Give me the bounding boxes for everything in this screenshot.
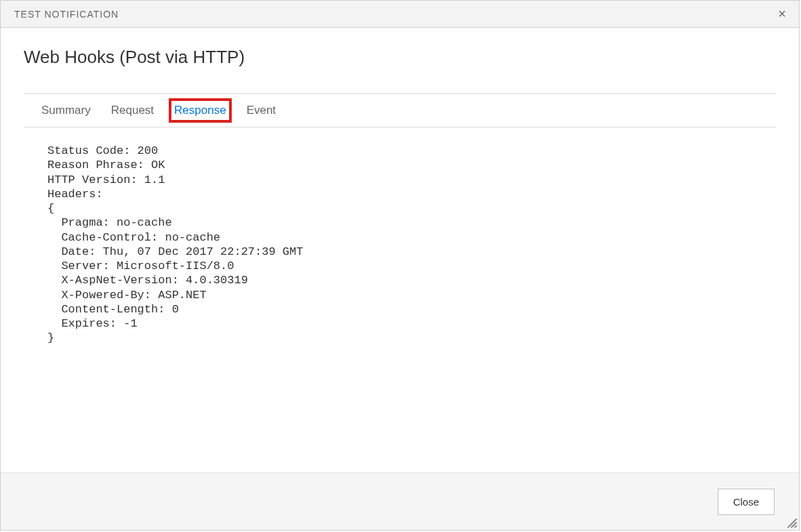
tab-event[interactable]: Event [247, 104, 276, 117]
tab-request[interactable]: Request [111, 104, 154, 117]
dialog-titlebar: TEST NOTIFICATION × [1, 1, 799, 28]
page-title: Web Hooks (Post via HTTP) [24, 47, 776, 68]
dialog-content: Web Hooks (Post via HTTP) Summary Reques… [1, 28, 799, 472]
close-icon[interactable]: × [772, 4, 792, 24]
tabs-container: Summary Request Response Event [24, 94, 776, 127]
close-button[interactable]: Close [718, 489, 775, 515]
tabs: Summary Request Response Event [24, 94, 776, 127]
tab-response[interactable]: Response [174, 104, 226, 117]
response-body: Status Code: 200 Reason Phrase: OK HTTP … [24, 137, 776, 346]
dialog-footer: Close [1, 472, 799, 530]
dialog-title: TEST NOTIFICATION [14, 9, 119, 20]
tab-summary[interactable]: Summary [41, 104, 91, 117]
test-notification-dialog: TEST NOTIFICATION × Web Hooks (Post via … [0, 0, 800, 531]
